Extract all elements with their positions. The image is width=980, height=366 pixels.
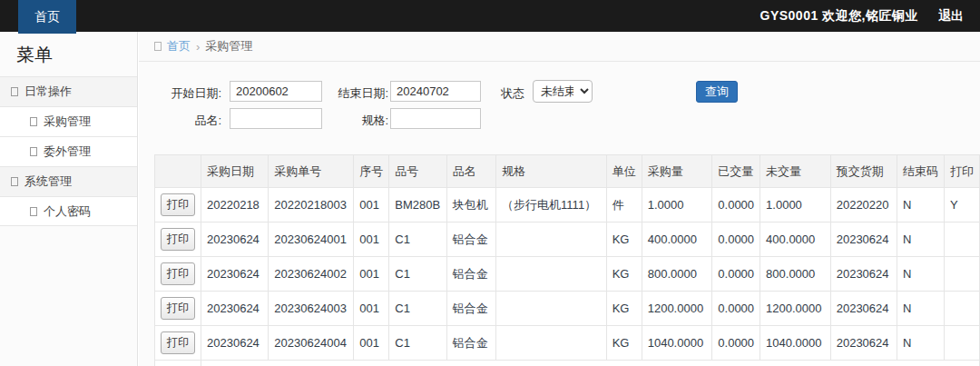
cell-seq: 001 xyxy=(354,326,389,361)
sidebar-item-label: 委外管理 xyxy=(44,143,91,160)
print-button[interactable]: 打印 xyxy=(161,262,195,285)
cell-unit: 件 xyxy=(606,188,642,223)
cell-due-date: 20230624 xyxy=(830,292,897,326)
cell-purchase-date: 20230624 xyxy=(201,326,269,361)
cell-print-flag xyxy=(944,326,979,361)
sidebar-item-personal-password[interactable]: 个人密码 xyxy=(0,196,137,226)
cell-qty: 1040.0000 xyxy=(642,326,712,361)
cell-item-name: 铝合金 xyxy=(446,257,495,292)
status-select[interactable]: 未结束 xyxy=(533,80,593,103)
end-date-input[interactable] xyxy=(390,81,481,102)
sidebar-item-purchase-management[interactable]: 采购管理 xyxy=(0,106,137,136)
col-header-spec: 规格 xyxy=(496,155,607,188)
cell-item-name: 铝合金 xyxy=(446,292,495,326)
cell-order-no: 20230624001 xyxy=(269,223,354,257)
sidebar-title: 菜单 xyxy=(0,32,137,76)
col-header-order-no: 采购单号 xyxy=(269,155,354,188)
cell-undelivered: 1.0000 xyxy=(760,188,831,223)
partial-row-empty xyxy=(201,361,980,366)
cell-delivered: 0.0000 xyxy=(712,223,760,257)
col-header-item-name: 品名 xyxy=(446,155,495,188)
cell-item-no: BM280B xyxy=(389,188,447,223)
cell-purchase-date: 20230624 xyxy=(201,223,269,257)
cell-qty: 1200.0000 xyxy=(642,292,712,326)
cell-qty: 1.0000 xyxy=(642,188,712,223)
menu-bullet-icon xyxy=(30,207,37,216)
table-row: 打印 20220218 20220218003 001 BM280B 块包机 （… xyxy=(155,188,980,223)
menu-bullet-icon xyxy=(30,117,37,126)
spec-input[interactable] xyxy=(390,108,481,129)
product-name-input[interactable] xyxy=(230,108,322,129)
sidebar-group-label: 系统管理 xyxy=(24,173,72,190)
table-header-row: 采购日期 采购单号 序号 品号 品名 规格 单位 采购量 已交量 未交量 预交货… xyxy=(155,155,980,188)
cell-item-no: C1 xyxy=(389,223,447,257)
col-header-purchase-date: 采购日期 xyxy=(201,155,269,188)
cell-unit: KG xyxy=(606,257,642,292)
cell-purchase-date: 20230624 xyxy=(201,292,269,326)
print-button[interactable]: 打印 xyxy=(161,193,195,216)
cell-spec xyxy=(496,292,607,326)
sidebar-item-outsourcing-management[interactable]: 委外管理 xyxy=(0,136,137,166)
breadcrumb-current: 采购管理 xyxy=(205,38,252,54)
sidebar-group-system-management[interactable]: 系统管理 xyxy=(0,166,137,196)
sidebar-item-label: 采购管理 xyxy=(44,114,91,130)
cell-item-no: C1 xyxy=(389,292,447,326)
cell-unit: KG xyxy=(606,292,642,326)
col-header-due-date: 预交货期 xyxy=(830,155,897,188)
cell-due-date: 20230624 xyxy=(830,223,897,257)
start-date-label: 开始日期: xyxy=(157,85,221,102)
cell-order-no: 20230624004 xyxy=(269,326,354,361)
print-button[interactable]: 打印 xyxy=(161,297,195,320)
main-content: 首页 › 采购管理 开始日期: 结束日期: 状态 未结束 查询 品名: 规格: xyxy=(139,32,980,366)
breadcrumb-separator: › xyxy=(196,40,200,54)
menu-bullet-icon xyxy=(30,147,37,156)
menu-bullet-icon xyxy=(11,87,18,96)
cell-undelivered: 1200.0000 xyxy=(760,292,831,326)
search-button[interactable]: 查询 xyxy=(696,81,738,103)
purchase-orders-table-wrap: 采购日期 采购单号 序号 品号 品名 规格 单位 采购量 已交量 未交量 预交货… xyxy=(154,154,980,366)
print-button[interactable]: 打印 xyxy=(161,331,195,354)
cell-delivered: 0.0000 xyxy=(712,257,760,292)
cell-qty: 800.0000 xyxy=(642,257,712,292)
topbar-right: GYS0001 欢迎您,铭匠铜业 退出 xyxy=(760,0,965,32)
cell-unit: KG xyxy=(606,223,642,257)
cell-delivered: 0.0000 xyxy=(712,292,760,326)
cell-purchase-date: 20230624 xyxy=(201,257,269,292)
end-date-label: 结束日期: xyxy=(324,85,388,102)
cell-order-no: 20220218003 xyxy=(269,188,354,223)
cell-print-flag xyxy=(944,257,979,292)
cell-seq: 001 xyxy=(354,292,389,326)
cell-undelivered: 800.0000 xyxy=(760,257,831,292)
col-header-undelivered: 未交量 xyxy=(760,155,831,188)
start-date-input[interactable] xyxy=(230,81,322,102)
table-row: 打印 20230624 20230624003 001 C1 铝合金 KG 12… xyxy=(155,292,980,326)
col-header-delivered: 已交量 xyxy=(712,155,760,188)
cell-due-date: 20230624 xyxy=(830,257,897,292)
cell-spec xyxy=(496,326,607,361)
cell-delivered: 0.0000 xyxy=(712,188,760,223)
sidebar-group-daily-operations[interactable]: 日常操作 xyxy=(0,76,137,106)
status-label: 状态 xyxy=(497,85,524,102)
welcome-text: GYS0001 欢迎您,铭匠铜业 xyxy=(760,8,919,25)
sidebar-group-label: 日常操作 xyxy=(24,84,72,100)
print-button[interactable]: 打印 xyxy=(161,228,195,251)
cell-delivered: 0.0000 xyxy=(712,326,760,361)
table-row: 打印 20230624 20230624004 001 C1 铝合金 KG 10… xyxy=(155,326,980,361)
col-header-qty: 采购量 xyxy=(642,155,712,188)
cell-seq: 001 xyxy=(354,257,389,292)
table-row: 打印 20230624 20230624001 001 C1 铝合金 KG 40… xyxy=(155,223,980,257)
cell-spec xyxy=(496,223,607,257)
filter-panel: 开始日期: 结束日期: 状态 未结束 查询 品名: 规格: xyxy=(139,62,980,153)
sidebar: 菜单 日常操作 采购管理 委外管理 系统管理 个人密码 xyxy=(0,32,138,366)
product-name-label: 品名: xyxy=(182,113,221,129)
col-header-end-code: 结束码 xyxy=(897,155,944,188)
table-row: 打印 20230624 20230624002 001 C1 铝合金 KG 80… xyxy=(155,257,980,292)
logout-link[interactable]: 退出 xyxy=(938,8,964,25)
breadcrumb-home-link[interactable]: 首页 xyxy=(167,38,191,54)
cell-item-name: 铝合金 xyxy=(446,326,495,361)
purchase-orders-table: 采购日期 采购单号 序号 品号 品名 规格 单位 采购量 已交量 未交量 预交货… xyxy=(154,154,980,366)
cell-seq: 001 xyxy=(354,188,389,223)
cell-print-flag xyxy=(944,223,979,257)
cell-item-name: 铝合金 xyxy=(446,223,495,257)
home-tab[interactable]: 首页 xyxy=(18,0,76,34)
